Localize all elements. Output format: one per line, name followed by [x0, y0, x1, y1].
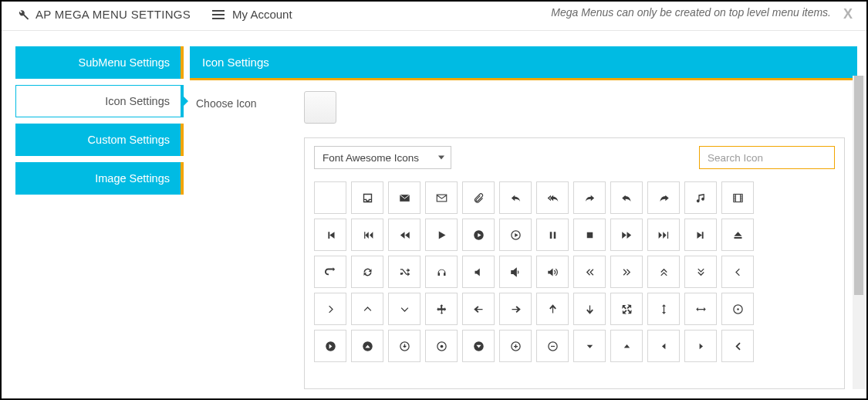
eject-icon[interactable]: [721, 219, 754, 251]
blank-icon[interactable]: [314, 181, 346, 214]
step-forward-icon[interactable]: [684, 219, 717, 251]
menu-icon: [212, 10, 225, 19]
arrow-up-icon[interactable]: [536, 293, 569, 325]
icon-library-select[interactable]: Font Awesome Icons: [314, 146, 451, 169]
circle-minus-outline-icon[interactable]: [536, 330, 569, 362]
envelope-outline-icon[interactable]: [425, 181, 458, 214]
sidebar-item-label: Custom Settings: [88, 134, 170, 146]
select-value: Font Awesome Icons: [323, 152, 419, 164]
search-icon-input[interactable]: [699, 146, 835, 169]
volume-down-icon[interactable]: [499, 256, 532, 288]
redo-icon[interactable]: [647, 181, 680, 214]
share-icon[interactable]: [573, 181, 606, 214]
circle-arrow-right-icon[interactable]: [314, 330, 346, 362]
angle-right-icon[interactable]: [314, 293, 346, 325]
sidebar-item-submenu[interactable]: SubMenu Settings: [15, 46, 184, 79]
music-icon[interactable]: [684, 181, 717, 214]
account-label: My Account: [232, 8, 292, 21]
reply-all-icon[interactable]: [536, 181, 569, 214]
outer-scrollbar[interactable]: [853, 76, 865, 389]
caret-down-icon[interactable]: [573, 330, 606, 362]
inbox-icon[interactable]: [351, 181, 383, 214]
step-backward-icon[interactable]: [314, 219, 346, 251]
sidebar: SubMenu Settings Icon Settings Custom Se…: [2, 31, 184, 391]
angle-double-up-icon[interactable]: [647, 256, 680, 288]
play-icon[interactable]: [425, 219, 458, 251]
crosshair-icon[interactable]: [721, 293, 754, 325]
volume-up-icon[interactable]: [536, 256, 569, 288]
pause-icon[interactable]: [536, 219, 569, 251]
resize-horizontal-icon[interactable]: [684, 293, 717, 325]
sidebar-item-label: Icon Settings: [105, 95, 170, 107]
fast-backward-icon[interactable]: [351, 219, 383, 251]
sidebar-item-icon[interactable]: Icon Settings: [15, 85, 184, 117]
resize-vertical-icon[interactable]: [647, 293, 680, 325]
headphones-icon[interactable]: [425, 256, 458, 288]
sidebar-item-image[interactable]: Image Settings: [15, 162, 184, 195]
main-panel: Icon Settings Choose Icon Font Awesome I…: [184, 31, 866, 391]
film-icon[interactable]: [721, 181, 754, 214]
refresh-icon[interactable]: [351, 256, 383, 288]
circle-arrow-up-icon[interactable]: [351, 330, 383, 362]
icon-grid-scroll[interactable]: [314, 181, 835, 388]
circle-dot-icon[interactable]: [425, 330, 458, 362]
chevron-down-icon: [438, 156, 444, 160]
reply-icon[interactable]: [499, 181, 532, 214]
panel-title: Icon Settings: [190, 46, 857, 80]
scrollbar-thumb[interactable]: [854, 76, 863, 295]
sidebar-item-custom[interactable]: Custom Settings: [15, 124, 184, 156]
random-icon[interactable]: [388, 256, 420, 288]
angle-double-down-icon[interactable]: [684, 256, 717, 288]
close-icon[interactable]: X: [843, 6, 853, 22]
move-icon[interactable]: [425, 293, 458, 325]
angle-up-icon[interactable]: [351, 293, 383, 325]
notice-text: Mega Menus can only be created on top le…: [551, 6, 831, 19]
expand-icon[interactable]: [610, 293, 643, 325]
icon-grid: [314, 181, 832, 370]
title-group: AP MEGA MENU SETTINGS: [17, 8, 191, 21]
paperclip-icon[interactable]: [462, 181, 495, 214]
circle-play-outline-icon[interactable]: [499, 219, 532, 251]
circle-play-solid-icon[interactable]: [462, 219, 495, 251]
topbar: AP MEGA MENU SETTINGS My Account Mega Me…: [2, 2, 866, 31]
arrow-left-icon[interactable]: [462, 293, 495, 325]
circle-arrow-down-variant-icon[interactable]: [388, 330, 420, 362]
backward-icon[interactable]: [388, 219, 420, 251]
chevron-left-icon[interactable]: [721, 330, 754, 362]
sidebar-item-label: SubMenu Settings: [79, 56, 171, 69]
account-group[interactable]: My Account: [212, 8, 292, 21]
forward-icon[interactable]: [610, 219, 643, 251]
arrow-right-icon[interactable]: [499, 293, 532, 325]
app-title: AP MEGA MENU SETTINGS: [35, 8, 191, 21]
envelope-solid-icon[interactable]: [388, 181, 420, 214]
icon-picker: Font Awesome Icons: [304, 137, 845, 389]
undo-icon[interactable]: [610, 181, 643, 214]
fast-forward-icon[interactable]: [647, 219, 680, 251]
volume-off-icon[interactable]: [462, 256, 495, 288]
chosen-icon-preview[interactable]: [304, 91, 336, 124]
stop-icon[interactable]: [573, 219, 606, 251]
repeat-icon[interactable]: [314, 256, 346, 288]
angle-left-icon[interactable]: [721, 256, 754, 288]
arrow-down-icon[interactable]: [573, 293, 606, 325]
circle-plus-outline-icon[interactable]: [499, 330, 532, 362]
wrench-icon: [17, 8, 29, 21]
angle-double-right-icon[interactable]: [610, 256, 643, 288]
sidebar-item-label: Image Settings: [95, 172, 170, 185]
caret-left-icon[interactable]: [647, 330, 680, 362]
choose-icon-label: Choose Icon: [196, 91, 304, 110]
angle-double-left-icon[interactable]: [573, 256, 606, 288]
circle-arrow-down-icon[interactable]: [462, 330, 495, 362]
angle-down-icon[interactable]: [388, 293, 420, 325]
caret-right-icon[interactable]: [684, 330, 717, 362]
caret-up-icon[interactable]: [610, 330, 643, 362]
